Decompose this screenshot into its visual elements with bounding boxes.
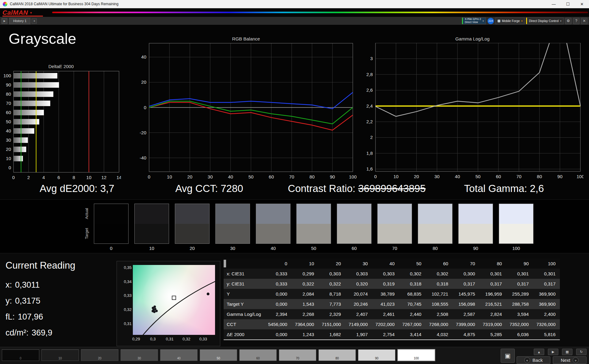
tick-label: 0 [374, 174, 377, 179]
tick-label: 0 [12, 175, 15, 180]
table-cell: 1,907 [345, 332, 372, 337]
level-button-40[interactable]: 40 [160, 349, 198, 361]
tick-label: 60 [269, 174, 274, 179]
level-button-100[interactable]: 100 [398, 349, 435, 361]
table-cell: 7352,000 [506, 322, 533, 327]
close-button[interactable]: ✕ [575, 0, 589, 8]
table-cell: 2,407 [345, 312, 372, 317]
level-button-80[interactable]: 80 [318, 349, 356, 361]
help-button[interactable]: ? [573, 18, 579, 24]
table-column-header: 20 [318, 261, 345, 266]
expand-history-button[interactable]: ▶ [2, 18, 7, 24]
tab-history-1[interactable]: History 1 [9, 18, 30, 24]
tick-label: 70 [516, 174, 522, 179]
tick-label: 20 [187, 174, 192, 179]
meter-select-button[interactable]: X-Rite i1Pro 2 Direct View ▾ [462, 17, 486, 24]
cie-x-tick: 0,29 [130, 337, 142, 341]
table-cell: 156,098 [452, 301, 479, 307]
table-cell: 0,318 [399, 281, 425, 286]
level-button-60[interactable]: 60 [239, 349, 277, 361]
refresh-button[interactable]: ↻ [576, 349, 587, 355]
tick-label: 50 [248, 174, 254, 179]
swatch-label: 40 [256, 246, 291, 251]
display-control-button[interactable]: Direct Display Control ▾ [526, 17, 564, 24]
spectrum-gradient-bar [52, 12, 588, 13]
tab-toolbar: ▶ History 1 + X-Rite i1Pro 2 Direct View… [0, 17, 589, 25]
settings-button[interactable]: ⚙ [565, 18, 572, 24]
play-button[interactable]: ▶ [548, 349, 558, 355]
swatch-label: 100 [499, 246, 533, 251]
swatch-label: 80 [418, 246, 452, 251]
table-cell: 2,754 [372, 332, 399, 337]
rgb-balance-chart: RGB Balance 010203040506070809010040200-… [135, 36, 357, 183]
table-cell: 145,975 [452, 291, 479, 297]
swatch-actual [94, 204, 128, 224]
table-cell: 7268,000 [426, 322, 452, 327]
swatch-actual [499, 204, 533, 224]
tick-label: 80 [537, 174, 542, 179]
current-reading-title: Current Reading [6, 260, 75, 271]
add-tab-button[interactable]: + [32, 18, 37, 24]
table-cell: 0,302 [426, 271, 452, 276]
table-row-label: x: CIE31 [224, 269, 265, 279]
level-button-30[interactable]: 30 [121, 349, 158, 361]
gamma-chart: Gamma Log/Log 010203040506070809010032,8… [361, 36, 583, 183]
table-cell: 0,302 [399, 271, 425, 276]
level-button-label: 20 [81, 357, 118, 360]
level-button-70[interactable]: 70 [279, 349, 316, 361]
table-cell: 196,959 [479, 291, 506, 297]
grayscale-swatch-100: 100 [499, 204, 533, 251]
level-button-label: 60 [240, 357, 276, 360]
meter-count-badge[interactable]: 224 [487, 18, 494, 24]
reading-fl: fL:107,96 [6, 312, 43, 322]
tick-label: 20 [414, 174, 419, 179]
contrast-ratio-readout: Contrast Ratio:369899643895 [288, 183, 425, 194]
cie-y-tick: 0,34 [118, 279, 132, 284]
cie-chart: 0,350,340,330,320,31 0,290,30,310,320,33 [117, 261, 220, 346]
table-cell: 4,875 [452, 332, 479, 337]
table-row-label: CCT [224, 319, 265, 329]
tick-label: 20 [6, 147, 11, 152]
eject-button[interactable]: ▲ [534, 349, 544, 355]
source-select-button[interactable]: Mobile Forge ▾ [495, 17, 525, 24]
level-button-20[interactable]: 20 [81, 349, 118, 361]
table-row-label: y: CIE31 [224, 279, 265, 289]
close-panel-button[interactable]: ✕ [581, 18, 587, 24]
table-cell: 7326,000 [533, 322, 560, 327]
grayscale-swatch-0: 0 [94, 204, 129, 251]
level-button-0[interactable]: 0 [2, 349, 39, 361]
target-point-square [172, 296, 176, 300]
cie-x-tick: 0,32 [180, 337, 193, 341]
tick-label: 4 [42, 175, 45, 180]
save-button[interactable]: ▦ [562, 349, 572, 355]
cie-y-tick: 0,33 [118, 293, 132, 298]
tick-label: 40 [6, 128, 11, 133]
level-button-50[interactable]: 50 [200, 349, 237, 361]
measured-point [207, 293, 210, 295]
calman-logo-menu[interactable]: CalMAN ▾ [2, 8, 32, 17]
table-row-label: ΔE 2000 [224, 329, 265, 339]
table-column-header: 90 [506, 261, 533, 266]
tick-label: 90 [330, 174, 335, 179]
table-column-header: 80 [479, 261, 506, 266]
bottom-toolbar: 0102030405060708090100 ▣ ▲ ▶ ▦ ↻ « Back … [0, 347, 589, 364]
tick-label: 30 [434, 174, 440, 179]
cie-y-tick: 0,35 [118, 265, 132, 270]
table-cell: 0,300 [452, 271, 479, 276]
minimize-button[interactable]: — [547, 0, 561, 8]
table-cell: 0,333 [265, 281, 291, 286]
level-button-90[interactable]: 90 [358, 349, 395, 361]
swatch-actual [297, 204, 331, 224]
table-cell: 2,268 [291, 312, 318, 317]
level-button-10[interactable]: 10 [41, 349, 79, 361]
maximize-button[interactable]: ☐ [561, 0, 575, 8]
back-button[interactable]: « Back [517, 356, 550, 364]
tick-label: 70 [289, 174, 294, 179]
grayscale-swatch-40: 40 [256, 204, 291, 251]
target-row-label: Target [84, 225, 89, 242]
table-cell: 70,745 [399, 301, 425, 307]
tick-label: 20 [141, 79, 146, 85]
tick-label: 2,6 [366, 87, 373, 93]
stop-display-button[interactable]: ▣ [501, 349, 515, 363]
next-button[interactable]: Next » [553, 356, 587, 364]
